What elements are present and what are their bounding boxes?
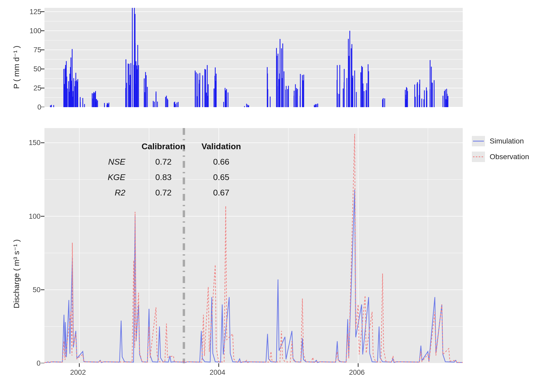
precipitation-panel [44,8,463,107]
svg-rect-241 [419,84,420,107]
svg-rect-196 [316,104,317,107]
svg-rect-62 [96,100,97,107]
svg-rect-106 [167,99,168,107]
discharge-ytick: 50 [22,286,41,294]
svg-rect-262 [444,91,445,107]
svg-rect-104 [156,93,156,107]
svg-rect-40 [77,79,78,107]
svg-rect-219 [364,91,364,107]
svg-rect-122 [199,80,200,107]
svg-rect-68 [104,105,105,107]
svg-rect-78 [128,64,129,107]
svg-rect-228 [382,100,383,107]
svg-rect-264 [448,96,448,107]
svg-rect-162 [276,48,277,107]
svg-rect-100 [154,102,155,107]
x-tick: 2006 [349,368,365,377]
legend-swatch-observation [472,152,485,162]
svg-rect-217 [362,67,363,107]
stats-header-cal: Calibration [134,139,193,154]
svg-rect-202 [346,78,347,107]
svg-rect-163 [278,54,278,107]
svg-rect-139 [215,67,216,107]
svg-rect-166 [279,73,280,107]
svg-rect-197 [339,65,340,107]
svg-rect-93 [136,78,137,107]
discharge-ytick: 150 [22,139,41,147]
svg-rect-108 [166,96,167,107]
svg-rect-128 [204,69,205,107]
svg-rect-130 [206,93,207,107]
precip-ytick: 125 [23,8,41,16]
svg-rect-154 [270,97,271,107]
svg-rect-214 [352,76,353,107]
discharge-ylabel: Discharge ( m³ s⁻¹ ) [12,239,21,308]
svg-rect-236 [407,88,407,107]
svg-rect-125 [202,75,203,107]
svg-rect-201 [337,65,338,107]
svg-rect-200 [339,94,339,107]
stats-value: 0.66 [194,154,249,169]
svg-rect-215 [354,71,355,107]
svg-rect-42 [75,86,75,107]
svg-rect-243 [415,97,416,107]
svg-rect-213 [356,92,357,107]
svg-rect-178 [294,91,295,107]
svg-rect-60 [95,99,96,107]
stats-value: 0.72 [134,185,193,200]
svg-rect-205 [344,69,345,107]
svg-rect-70 [107,103,108,107]
svg-rect-11 [53,105,54,107]
stats-metric: NSE [100,154,133,169]
svg-rect-244 [417,83,418,107]
svg-rect-124 [197,75,198,107]
svg-rect-91 [135,84,136,107]
svg-rect-132 [207,98,208,107]
legend-label: Observation [490,153,529,161]
svg-rect-172 [285,90,286,107]
stats-value: 0.72 [134,154,193,169]
svg-rect-123 [196,72,197,107]
svg-rect-192 [315,105,316,107]
svg-rect-107 [165,97,166,107]
svg-rect-146 [225,90,226,107]
svg-rect-129 [205,85,206,107]
svg-rect-150 [248,106,249,107]
svg-rect-164 [284,71,284,107]
svg-rect-210 [348,39,349,107]
svg-rect-254 [430,60,431,107]
svg-rect-209 [351,48,352,107]
svg-rect-53 [92,93,93,107]
legend: Simulation Observation [468,131,544,167]
precip-ytick: 25 [23,84,41,92]
svg-rect-252 [434,80,434,107]
svg-rect-191 [314,105,315,107]
precip-ytick: 100 [23,27,41,35]
svg-rect-119 [195,71,196,107]
svg-rect-157 [267,73,268,107]
discharge-ytick: 0 [22,359,41,367]
svg-rect-14 [51,105,52,107]
stats-value: 0.83 [134,170,193,185]
precip-ytick: 50 [23,65,41,73]
svg-rect-261 [447,94,448,107]
svg-rect-94 [138,65,139,107]
svg-rect-28 [70,74,70,107]
svg-rect-77 [125,88,126,107]
precip-ytick: 0 [23,103,41,111]
precipitation-plot [44,8,463,107]
svg-rect-140 [223,102,224,107]
svg-rect-112 [178,102,179,107]
svg-rect-45 [76,73,76,107]
x-tick: 2002 [70,368,86,377]
svg-rect-218 [361,72,361,107]
svg-rect-57 [93,93,94,107]
svg-rect-174 [297,89,298,107]
svg-rect-171 [287,89,288,107]
svg-rect-114 [174,102,175,107]
svg-rect-179 [296,100,297,107]
svg-rect-103 [157,102,158,107]
svg-rect-188 [302,75,303,107]
svg-rect-138 [216,74,217,107]
precip-ytick: 75 [23,46,41,54]
